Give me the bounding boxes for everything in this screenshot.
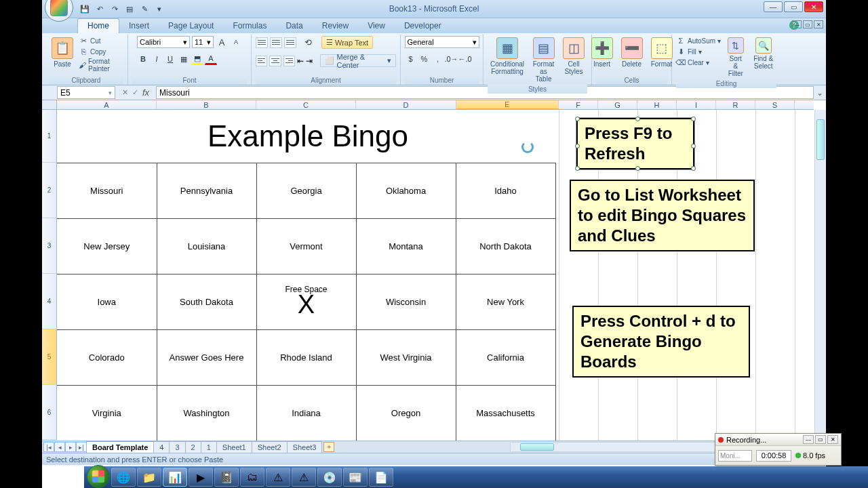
align-bottom-button[interactable] xyxy=(284,37,296,48)
row-header[interactable]: 2 xyxy=(42,163,57,218)
selection-handle[interactable] xyxy=(691,166,696,171)
selection-handle[interactable] xyxy=(691,117,696,121)
sheet-tab[interactable]: Sheet2 xyxy=(252,441,288,453)
note-box[interactable]: Press Control + d to Generate Bingo Boar… xyxy=(572,306,750,378)
bingo-cell[interactable]: New York xyxy=(456,274,555,330)
find-select-button[interactable]: 🔍Find & Select xyxy=(750,36,776,71)
cell-styles-button[interactable]: ◫Cell Styles xyxy=(560,36,587,77)
ribbon-restore-icon[interactable]: ▭ xyxy=(803,20,812,28)
taskbar-onenote-icon[interactable]: 📓 xyxy=(214,468,239,487)
sheet-tab[interactable]: Sheet3 xyxy=(287,441,323,453)
sheet-tab[interactable]: 1 xyxy=(201,441,217,453)
ribbon-minimize-icon[interactable]: — xyxy=(792,20,802,28)
format-cells-button[interactable]: ⬚Format xyxy=(648,36,675,69)
align-right-button[interactable] xyxy=(283,56,295,66)
align-left-button[interactable] xyxy=(256,56,267,66)
taskbar-explorer-icon[interactable]: 📁 xyxy=(137,468,161,487)
sheet-tab[interactable]: Board Template xyxy=(86,441,154,453)
bingo-cell[interactable]: California xyxy=(456,330,555,386)
border-button[interactable]: ▦ xyxy=(178,53,190,65)
paste-button[interactable]: 📋 Paste xyxy=(49,36,76,69)
tab-nav-next-icon[interactable]: ▸ xyxy=(65,442,76,452)
column-header[interactable]: G xyxy=(598,100,637,109)
bingo-cell[interactable]: Indiana xyxy=(256,386,356,441)
format-as-table-button[interactable]: ▤Format as Table xyxy=(530,36,557,84)
cells-area[interactable]: Example Bingo MissouriPennsylvaniaGeorgi… xyxy=(57,110,814,441)
new-sheet-button[interactable]: ✦ xyxy=(323,442,334,452)
scrollbar-thumb[interactable] xyxy=(520,443,554,451)
bingo-table[interactable]: MissouriPennsylvaniaGeorgiaOklahomaIdaho… xyxy=(57,163,556,441)
bingo-cell[interactable]: North Dakota xyxy=(456,219,555,274)
sheet-tab[interactable]: 3 xyxy=(169,441,185,453)
selection-handle[interactable] xyxy=(635,117,640,121)
bingo-cell[interactable]: Massachusetts xyxy=(456,386,555,441)
name-box[interactable]: E5▾ xyxy=(57,86,115,99)
font-size-combo[interactable]: 11▾ xyxy=(192,36,214,48)
rec-maximize-button[interactable]: ▭ xyxy=(815,435,826,444)
bingo-cell[interactable]: Georgia xyxy=(256,163,356,219)
enter-icon[interactable]: ✓ xyxy=(132,88,138,97)
vertical-scrollbar[interactable] xyxy=(814,110,826,441)
align-top-button[interactable] xyxy=(256,37,268,48)
start-button[interactable] xyxy=(87,465,110,488)
bingo-cell[interactable]: Missouri xyxy=(57,163,157,219)
bingo-title[interactable]: Example Bingo xyxy=(57,110,559,163)
percent-button[interactable]: % xyxy=(418,53,431,65)
save-icon[interactable]: 💾 xyxy=(79,3,91,15)
tab-data[interactable]: Data xyxy=(276,19,312,33)
taskbar-app-icon[interactable]: 🗂 xyxy=(240,468,264,487)
maximize-button[interactable]: ▭ xyxy=(784,1,803,12)
minimize-button[interactable]: — xyxy=(764,1,783,12)
note-box[interactable]: Go to List Worksheet to edit Bingo Squar… xyxy=(570,180,755,251)
clear-button[interactable]: ⌫Clear▾ xyxy=(676,58,721,67)
tab-page-layout[interactable]: Page Layout xyxy=(159,19,223,33)
column-header[interactable]: C xyxy=(256,100,356,109)
bingo-cell[interactable]: Pennsylvania xyxy=(157,163,256,219)
bingo-cell[interactable]: Washington xyxy=(157,386,256,441)
bingo-cell[interactable]: South Dakota xyxy=(157,274,256,330)
shrink-font-icon[interactable]: A xyxy=(230,36,242,48)
rec-source-combo[interactable]: Moni... xyxy=(718,450,752,462)
column-header[interactable]: D xyxy=(356,100,456,109)
orientation-button[interactable]: ⟲ xyxy=(304,37,312,47)
taskbar-app-icon[interactable]: ⚠ xyxy=(292,468,316,487)
sheet-tab[interactable]: Sheet1 xyxy=(216,441,252,453)
selection-handle[interactable] xyxy=(575,166,580,171)
tab-developer[interactable]: Developer xyxy=(395,19,451,33)
bingo-cell[interactable]: West Virginia xyxy=(356,330,456,386)
rec-close-button[interactable]: ✕ xyxy=(827,435,838,444)
tab-view[interactable]: View xyxy=(358,19,395,33)
increase-decimal-button[interactable]: .0→ xyxy=(446,53,458,65)
insert-cells-button[interactable]: ➕Insert xyxy=(589,36,616,69)
align-center-button[interactable] xyxy=(269,56,281,66)
sort-filter-button[interactable]: ⇅Sort & Filter xyxy=(724,36,747,79)
undo-icon[interactable]: ↶ xyxy=(94,3,106,15)
number-format-combo[interactable]: General▾ xyxy=(405,36,479,48)
bingo-cell[interactable]: Virginia xyxy=(57,386,157,441)
bingo-cell[interactable]: Oregon xyxy=(356,386,456,441)
comma-button[interactable]: , xyxy=(432,53,444,65)
selection-handle[interactable] xyxy=(575,117,580,121)
cancel-icon[interactable]: ✕ xyxy=(122,88,128,97)
bingo-cell[interactable]: Montana xyxy=(356,219,456,274)
close-button[interactable]: ✕ xyxy=(804,1,823,12)
qat-icon[interactable]: ✎ xyxy=(138,3,151,15)
row-header[interactable]: 1 xyxy=(42,110,57,163)
wrap-text-button[interactable]: ☰Wrap Text xyxy=(321,36,373,49)
note-box[interactable]: Press F9 to Refresh xyxy=(576,118,694,169)
redo-icon[interactable]: ↷ xyxy=(108,3,121,15)
bingo-cell[interactable]: Answer Goes Here xyxy=(157,330,256,386)
fill-color-button[interactable]: ⬒ xyxy=(191,53,203,65)
tab-insert[interactable]: Insert xyxy=(119,19,159,33)
tab-formulas[interactable]: Formulas xyxy=(223,19,276,33)
tab-nav-prev-icon[interactable]: ◂ xyxy=(54,442,65,452)
tab-review[interactable]: Review xyxy=(313,19,358,33)
fx-icon[interactable]: fx xyxy=(142,87,149,98)
expand-formula-icon[interactable]: ⌄ xyxy=(814,88,826,98)
bingo-cell[interactable]: Colorado xyxy=(57,330,157,386)
indent-inc-button[interactable]: ⇥ xyxy=(306,56,313,66)
taskbar-word-icon[interactable]: 📄 xyxy=(369,468,393,487)
taskbar-app-icon[interactable]: 💿 xyxy=(317,468,342,487)
column-header[interactable]: B xyxy=(157,100,256,109)
bingo-cell[interactable]: Louisiana xyxy=(157,219,256,274)
